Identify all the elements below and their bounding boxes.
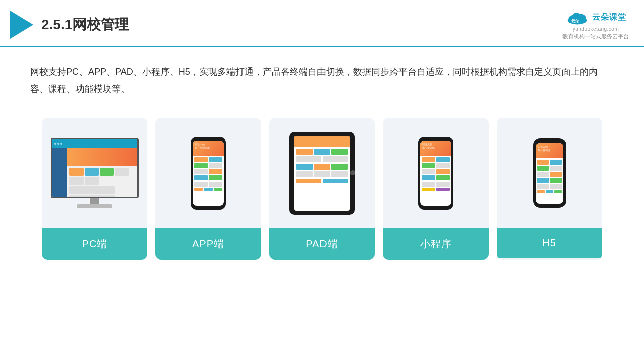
header-left: 2.5.1网校管理 [10,11,129,39]
pc-mockup [51,138,139,208]
page-title: 2.5.1网校管理 [41,15,129,34]
tablet-frame [289,132,355,215]
header: 2.5.1网校管理 云朵 云朵课堂 yunduoketang.com 教育机构一… [0,0,644,47]
pc-screen [51,138,139,198]
card-miniapp-label: 小程序 [383,228,489,260]
description-text: 网校支持PC、APP、PAD、小程序、H5，实现多端打通，产品各终端自由切换，数… [0,47,644,108]
phone-mockup-h5: 职达人的第一堂训练 [533,138,566,208]
card-h5: 职达人的第一堂训练 [497,118,602,260]
brand-cloud: 云朵 云朵课堂 [565,9,626,25]
cards-container: PC端 职达人的第一堂训练课 [0,108,644,275]
phone-screen-h5: 职达人的第一堂训练 [536,143,564,204]
card-h5-label: H5 [497,228,602,258]
phone-mockup-miniapp: 职达人的第一堂训练 [418,137,453,210]
brand-slogan: 教育机构一站式服务云平台 [562,33,629,40]
card-pad-label: PAD端 [269,228,375,260]
phone-screen-miniapp: 职达人的第一堂训练 [420,141,451,206]
card-app: 职达人的第一堂训练课 [155,118,261,260]
phone-notch-miniapp [430,138,441,141]
brand-name-en: yunduoketang.com [573,26,619,32]
phone-mockup-app: 职达人的第一堂训练课 [191,137,226,210]
card-app-label: APP端 [155,228,261,260]
card-h5-image: 职达人的第一堂训练 [497,118,602,228]
brand-name-cn: 云朵课堂 [592,12,626,23]
phone-frame-h5: 职达人的第一堂训练 [533,138,566,208]
cloud-icon: 云朵 [565,9,589,25]
card-pc: PC端 [42,118,147,260]
svg-text:云朵: 云朵 [571,19,580,23]
tablet-home-btn [350,170,355,175]
card-pc-image [42,118,147,228]
phone-notch-app [203,138,214,141]
brand-logo: 云朵 云朵课堂 yunduoketang.com 教育机构一站式服务云平台 [562,9,629,40]
card-pc-label: PC端 [42,228,147,260]
tablet-screen [294,136,350,211]
card-pad-image [269,118,375,228]
phone-frame-app: 职达人的第一堂训练课 [191,137,226,210]
phone-screen-app: 职达人的第一堂训练课 [193,141,224,206]
card-app-image: 职达人的第一堂训练课 [155,118,261,228]
card-miniapp: 职达人的第一堂训练 [383,118,489,260]
logo-triangle-icon [10,11,33,39]
phone-notch-h5 [544,139,554,142]
tablet-mockup [289,132,355,215]
card-miniapp-image: 职达人的第一堂训练 [383,118,489,228]
card-pad: PAD端 [269,118,375,260]
phone-frame-miniapp: 职达人的第一堂训练 [418,137,453,210]
